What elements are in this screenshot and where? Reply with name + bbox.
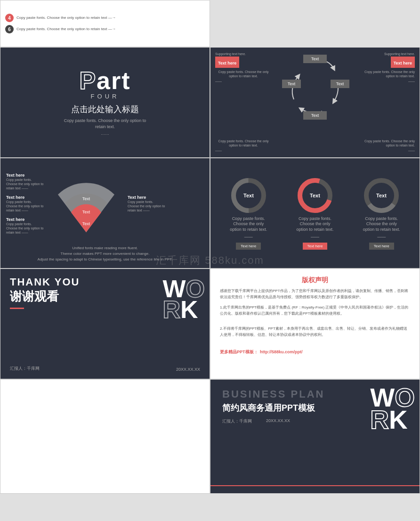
fan-labels-left: Text here Copy paste fonts. Choose the o…: [6, 173, 44, 235]
copyright-title: 版权声明: [220, 276, 410, 285]
donut-label-3: Copy paste fonts. Choose the only option…: [360, 216, 403, 233]
donut-btn-3: Text here: [369, 243, 394, 250]
donut-label-3b: ——: [377, 235, 386, 240]
slide-donut-charts: Text Copy paste fonts. Choose the only o…: [210, 158, 420, 269]
donut-svg-1: Text: [230, 177, 267, 214]
slide4a-footer-meta: 汇报人：千库网 20XX.XX.XX: [10, 366, 200, 372]
donut-btn-1: Text here: [236, 243, 261, 250]
fan-right-body: Copy paste fonts. Choose the only option…: [128, 200, 165, 212]
slide-body-text: Copy paste fonts. Choose the only option…: [64, 118, 146, 137]
svg-text:Text: Text: [82, 221, 90, 226]
source-label: 汇报人：千库网: [10, 366, 40, 372]
svg-text:Text: Text: [243, 193, 254, 198]
donut-svg-2: Text: [296, 177, 334, 214]
k-char: K: [180, 299, 198, 320]
red-divider-line: [10, 308, 24, 309]
fan-svg: Text Text Text: [48, 171, 124, 237]
fan-right-title: Text here: [128, 195, 165, 200]
cycle-br: Copy paste fonts. Choose the only option…: [358, 138, 415, 153]
fan-labels-right: Text here Copy paste fonts. Choose the o…: [128, 195, 165, 212]
cycle-tr: Supporting text here. Text here Copy pas…: [358, 52, 415, 83]
cycle-body-1: Copy paste fonts. Choose the only option…: [215, 70, 272, 78]
fan-body-3: Copy paste fonts. Choose the only option…: [6, 222, 44, 235]
copyright-intro-text: 感谢您下载千库网平台上提供的PPT作品，为了您和千库网以及原创作者的利益，请勿复…: [220, 288, 410, 301]
part-title-text: Part: [64, 68, 146, 93]
copyright-link-url: http://588ku.com/ppt/: [260, 350, 303, 354]
donut-card-2: Text Copy paste fonts. Choose the only o…: [294, 177, 336, 250]
date-label: 20XX.XX.XX: [176, 367, 200, 372]
cycle-right-col: Supporting text here. Text here Copy pas…: [358, 52, 415, 153]
slide-part-four: Part FOUR 点击此处输入标题 Copy paste fonts. Cho…: [0, 47, 210, 158]
slide-subtitle-cn: 点击此处输入标题: [64, 104, 146, 115]
cycle-body-bottom-r: Copy paste fonts. Choose the only option…: [358, 139, 415, 147]
cycle-left-col: Supporting text here. Text here Copy pas…: [215, 52, 272, 153]
bp-work-overlay: W O R K: [370, 387, 415, 431]
donut-label-1: Copy paste fonts. Choose the only option…: [227, 216, 270, 233]
donut-card-3: Text Copy paste fonts. Choose the only o…: [360, 177, 403, 250]
cycle-body-bottom: Copy paste fonts. Choose the only option…: [215, 139, 272, 147]
cycle-body-1b: ——: [215, 79, 222, 83]
fan-body-2: Copy paste fonts. Choose the only option…: [6, 200, 44, 212]
slide-cycle-diagram: Supporting text here. Text here Copy pas…: [210, 47, 420, 158]
fan-right-label: Text here Copy paste fonts. Choose the o…: [128, 195, 165, 212]
bp-k-char: K: [389, 409, 408, 431]
badge-6: 6: [5, 25, 14, 33]
bp-date: 20XX.XX.XX: [266, 418, 290, 424]
support-label-2: Supporting text here.: [384, 52, 415, 56]
cycle-bl: Copy paste fonts. Choose the only option…: [215, 138, 272, 153]
cycle-body-2: Copy paste fonts. Choose the only option…: [358, 70, 415, 78]
svg-text:Text: Text: [311, 113, 319, 118]
support-label-1: Supporting text here.: [215, 52, 246, 56]
item-text-6: Copy paste fonts. Choose the only option…: [16, 27, 205, 32]
slide3a-footer: Unified fonts make reading more fluent. …: [6, 245, 204, 262]
donut-label-2b: ——: [311, 235, 319, 240]
part-four-label: FOUR: [64, 93, 146, 100]
fan-label-1: Text here Copy paste fonts. Choose the o…: [6, 173, 44, 190]
slide-fan-chart: Text here Copy paste fonts. Choose the o…: [0, 158, 210, 269]
text-here-label-2: Text here: [394, 61, 412, 65]
donut-card-1: Text Copy paste fonts. Choose the only o…: [227, 177, 270, 250]
text-here-label-1: Text here: [218, 61, 236, 65]
bp-r-char: R: [370, 409, 389, 431]
r-char: R: [162, 299, 180, 320]
fan-title-2: Text here: [6, 195, 44, 200]
svg-text:Text: Text: [376, 193, 387, 198]
work-overlay: W O R K: [162, 278, 205, 320]
slide-row1b: 4 Copy paste fonts. Choose the only opti…: [0, 0, 210, 47]
bp-red-line: [210, 485, 420, 486]
slide-copyright: 版权声明 感谢您下载千库网平台上提供的PPT作品，为了您和千库网以及原创作者的利…: [210, 269, 420, 379]
fan-label-2: Text here Copy paste fonts. Choose the o…: [6, 195, 44, 212]
svg-text:Text: Text: [288, 81, 296, 86]
cycle-center-svg: Text Text Text Text: [272, 52, 358, 123]
copyright-link-row: 更多精品PPT模板： http://588ku.com/ppt/: [220, 347, 410, 355]
fan-title-3: Text here: [6, 217, 44, 222]
donut-svg-3: Text: [363, 177, 400, 214]
list-item: 4 Copy paste fonts. Choose the only opti…: [5, 14, 205, 22]
svg-text:Text: Text: [311, 57, 319, 61]
fan-label-3: Text here Copy paste fonts. Choose the o…: [6, 217, 44, 235]
cycle-tl: Supporting text here. Text here Copy pas…: [215, 52, 272, 83]
fan-title-1: Text here: [6, 173, 44, 178]
cycle-arrows-svg: Text Text Text Text: [280, 52, 350, 123]
item-text-4: Copy paste fonts. Choose the only option…: [16, 16, 205, 20]
svg-text:Text: Text: [82, 210, 90, 214]
copyright-link-label: 更多精品PPT模板：: [220, 350, 258, 354]
cycle-top: Supporting text here. Text here Copy pas…: [215, 52, 415, 153]
text-here-btn-2: Text here: [391, 57, 415, 68]
bp-source: 汇报人：千库网: [222, 418, 252, 424]
donut-btn-2: Text here: [303, 243, 328, 250]
fan-area: Text here Copy paste fonts. Choose the o…: [6, 164, 204, 244]
svg-text:Text: Text: [310, 193, 320, 198]
copyright-item-2: 2.不得将千库网的PPT模板、PPT素材，本身用于再出售、成套出售、出售、转让、…: [220, 326, 410, 338]
white-bg-fill: [0, 380, 210, 493]
slide-business-plan: BUSINESS PLAN 简约风商务通用PPT模板 汇报人：千库网 20XX.…: [210, 379, 420, 494]
donut-label-1b: ——: [244, 235, 253, 240]
part-p-outline: P: [79, 67, 97, 94]
slide-empty-white: [0, 379, 210, 494]
svg-text:Text: Text: [82, 196, 90, 201]
text-here-btn-1: Text here: [215, 57, 239, 68]
svg-text:Text: Text: [336, 81, 344, 86]
badge-4: 4: [5, 14, 14, 22]
part-four-content: Part FOUR 点击此处输入标题 Copy paste fonts. Cho…: [64, 68, 146, 137]
donut-label-2: Copy paste fonts. Choose the only option…: [294, 216, 336, 233]
